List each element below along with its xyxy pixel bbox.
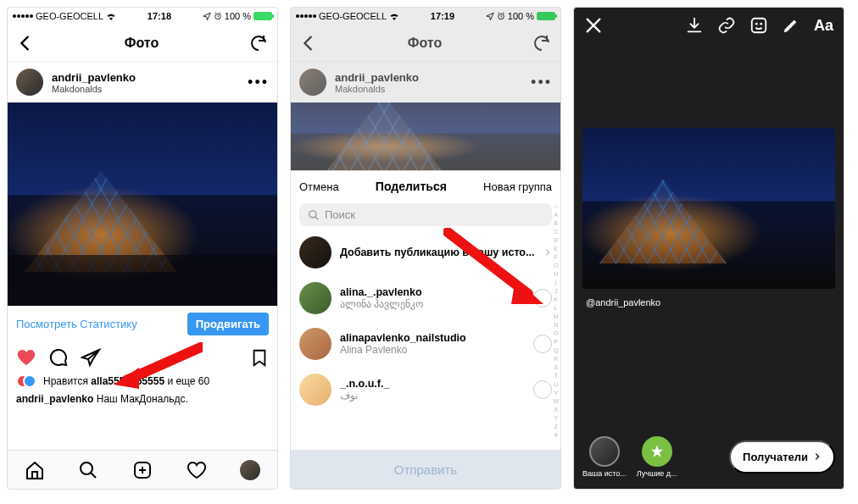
screen-share-sheet: GEO-GEOCELL 17:19 100 % Фото andrii_pavl… [290, 7, 561, 490]
post-author-row[interactable]: andrii_pavlenko Makdonalds ••• [8, 62, 277, 102]
contact-row[interactable]: alinapavlenko_nailstudioAlina Pavlenko [291, 321, 560, 367]
wifi-icon [106, 12, 116, 20]
contact-avatar [299, 236, 332, 269]
post-image[interactable] [8, 102, 277, 306]
alpha-scroll[interactable]: ☆ABCDEFGHIJKLMNOPQRSTUVWXYZ# [553, 202, 559, 440]
clock: 17:18 [148, 11, 171, 21]
contact-avatar [299, 282, 332, 314]
action-bar [8, 342, 277, 373]
back-icon[interactable] [16, 34, 35, 53]
chevron-right-icon [543, 246, 552, 258]
status-bar: GEO-GEOCELL 17:18 100 % [8, 8, 277, 25]
contact-avatar [299, 328, 332, 360]
contact-row[interactable]: _.n.o.u.f._نوف [291, 367, 560, 413]
svg-point-4 [309, 210, 316, 217]
contact-radio[interactable] [533, 380, 552, 399]
contact-list[interactable]: Добавить публикацию в вашу исто... alina… [291, 230, 560, 450]
close-icon[interactable] [584, 16, 603, 35]
battery-icon [254, 12, 272, 20]
story-post-preview[interactable] [582, 128, 835, 289]
stats-row: Посмотреть Статистику Продвигать [8, 306, 277, 342]
svg-rect-5 [752, 19, 766, 33]
contact-radio[interactable] [533, 289, 552, 307]
liker-avatars [16, 374, 38, 388]
contact-radio[interactable] [533, 335, 552, 353]
svg-point-6 [755, 23, 758, 25]
contact-avatar [299, 374, 332, 406]
search-input[interactable]: Поиск [299, 203, 552, 226]
text-tool-icon[interactable]: Aa [814, 17, 833, 35]
bottom-nav [8, 450, 277, 489]
nav-profile-icon[interactable] [240, 460, 260, 480]
your-story-button[interactable]: Ваша исто... [582, 436, 627, 478]
refresh-icon[interactable] [248, 33, 269, 53]
nav-activity-icon[interactable] [187, 460, 207, 480]
author-username[interactable]: andrii_pavlenko [52, 71, 239, 84]
like-icon[interactable] [16, 347, 36, 368]
draw-icon[interactable] [782, 16, 800, 35]
share-title: Поделиться [376, 180, 447, 193]
screen-story-editor: Aa @andrii_pavlenko Ваша исто... Лучшие … [573, 7, 844, 490]
svg-point-1 [81, 462, 92, 474]
recipients-button[interactable]: Получатели [729, 440, 835, 474]
story-bottom-bar: Ваша исто... Лучшие д... Получатели [574, 424, 844, 489]
likes-text: Нравится alla5555555555 и еще 60 [43, 375, 209, 387]
author-location[interactable]: Makdonalds [52, 84, 239, 94]
best-friends-button[interactable]: Лучшие д... [637, 436, 677, 478]
send-button[interactable]: Отправить [291, 450, 560, 489]
view-stats-link[interactable]: Посмотреть Статистику [16, 318, 137, 330]
contact-row[interactable]: alina._.pavlenkoალინა პავლენკო [291, 275, 560, 321]
likes-row[interactable]: Нравится alla5555555555 и еще 60 [8, 373, 277, 390]
sticker-icon[interactable] [749, 16, 768, 35]
location-icon [203, 12, 211, 20]
comment-icon[interactable] [48, 347, 69, 368]
alarm-icon [214, 12, 222, 20]
search-icon [308, 209, 320, 221]
avatar[interactable] [16, 69, 43, 96]
star-icon [649, 444, 665, 459]
story-toolbar: Aa [574, 8, 844, 43]
promote-button[interactable]: Продвигать [187, 313, 269, 335]
nav-home-icon[interactable] [25, 460, 45, 480]
nav-search-icon[interactable] [78, 460, 98, 480]
bookmark-icon[interactable] [250, 347, 269, 368]
chevron-right-icon [813, 451, 822, 462]
battery-pct: 100 % [225, 11, 251, 21]
nav-add-icon[interactable] [132, 460, 153, 480]
new-group-button[interactable]: Новая группа [483, 180, 552, 193]
svg-point-7 [760, 23, 762, 25]
share-sheet: Отмена Поделиться Новая группа Поиск Доб… [291, 170, 560, 489]
search-placeholder: Поиск [325, 208, 355, 221]
download-icon[interactable] [685, 16, 704, 35]
signal-icon [13, 14, 33, 18]
more-icon[interactable]: ••• [248, 74, 269, 91]
page-title: Фото [125, 36, 159, 51]
share-icon[interactable] [81, 347, 101, 368]
contact-row[interactable]: Добавить публикацию в вашу исто... [291, 230, 560, 275]
caption[interactable]: andrii_pavlenko Наш МакДональдс. [8, 390, 277, 408]
story-mention[interactable]: @andrii_pavlenko [574, 289, 844, 316]
screen-post-view: GEO-GEOCELL 17:18 100 % Фото andrii_pavl… [7, 7, 278, 490]
link-icon[interactable] [717, 16, 736, 35]
header: Фото [8, 25, 277, 62]
cancel-button[interactable]: Отмена [299, 180, 339, 193]
carrier-label: GEO-GEOCELL [36, 11, 103, 21]
